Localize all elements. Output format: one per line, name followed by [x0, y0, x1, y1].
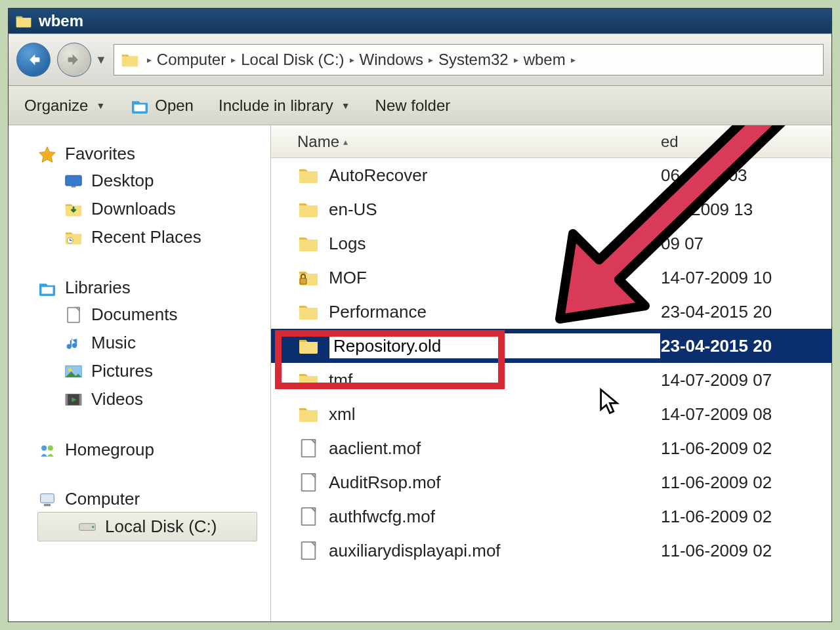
folder-icon [297, 370, 320, 390]
titlebar-folder-icon [15, 14, 32, 28]
open-button[interactable]: Open [130, 96, 194, 115]
chevron-right-icon[interactable]: ▸ [231, 54, 236, 65]
file-name: auxiliarydisplayapi.mof [329, 541, 661, 561]
pictures-icon [64, 363, 83, 380]
breadcrumb-segment[interactable]: Local Disk (C:) [241, 51, 344, 69]
file-list-pane: Name ▴ ed AutoRecover06-2013 03en-US-07-… [271, 125, 831, 621]
chevron-right-icon[interactable]: ▸ [571, 54, 576, 65]
file-date: 11-06-2009 02 [661, 541, 831, 561]
svg-point-12 [48, 445, 53, 450]
file-icon [297, 472, 320, 492]
titlebar[interactable]: wbem [9, 9, 831, 33]
file-row[interactable]: auxiliarydisplayapi.mof11-06-2009 02 [271, 534, 831, 568]
svg-rect-4 [72, 186, 76, 188]
chevron-right-icon[interactable]: ▸ [429, 54, 433, 65]
favorites-group: Favorites Desktop Downloads Recent Place… [37, 141, 270, 251]
file-name: en-US [329, 200, 661, 220]
sidebar-item-desktop[interactable]: Desktop [37, 167, 270, 195]
folder-icon [297, 200, 320, 219]
drive-icon [77, 518, 97, 536]
document-icon [64, 306, 83, 324]
file-row[interactable]: AuditRsop.mof11-06-2009 02 [271, 465, 831, 499]
file-row[interactable]: Repository.old23-04-2015 20 [271, 329, 831, 363]
breadcrumb-field[interactable]: ▸ Computer ▸ Local Disk (C:) ▸ Windows ▸… [114, 44, 824, 75]
sidebar-item-videos[interactable]: Videos [37, 385, 270, 413]
file-row[interactable]: authfwcfg.mof11-06-2009 02 [271, 499, 831, 534]
back-button[interactable] [16, 43, 51, 77]
explorer-window: wbem ▼ ▸ Computer ▸ Local Disk (C:) ▸ Wi… [8, 8, 832, 622]
include-in-library-button[interactable]: Include in library▼ [219, 96, 350, 115]
file-row[interactable]: xml14-07-2009 08 [271, 397, 831, 431]
sidebar-item-local-disk[interactable]: Local Disk (C:) [37, 512, 257, 541]
libraries-header[interactable]: Libraries [37, 275, 270, 301]
breadcrumb-segment[interactable]: Windows [360, 51, 423, 69]
file-icon [297, 541, 320, 560]
forward-button[interactable] [57, 43, 91, 77]
breadcrumb-folder-icon [121, 52, 139, 68]
file-row[interactable]: Logs09 07 [271, 226, 831, 261]
file-row[interactable]: aaclient.mof11-06-2009 02 [271, 431, 831, 465]
file-date: -07-2009 13 [661, 200, 831, 220]
svg-point-11 [41, 445, 47, 450]
column-header-name[interactable]: Name ▴ [297, 133, 661, 151]
music-icon [64, 335, 83, 352]
file-name: authfwcfg.mof [329, 507, 661, 527]
breadcrumb-segment[interactable]: System32 [438, 51, 509, 69]
svg-rect-13 [41, 494, 54, 503]
sort-asc-icon: ▴ [343, 136, 348, 147]
organize-button[interactable]: Organize▼ [24, 96, 105, 115]
computer-header[interactable]: Computer [37, 486, 270, 512]
folder-icon [297, 165, 320, 185]
new-folder-button[interactable]: New folder [375, 96, 451, 115]
chevron-right-icon[interactable]: ▸ [147, 54, 152, 65]
column-header-date[interactable]: ed [661, 133, 831, 151]
sidebar-item-downloads[interactable]: Downloads [37, 195, 270, 223]
file-date: 06-2013 03 [661, 165, 831, 186]
star-icon [37, 146, 57, 163]
homegroup-header[interactable]: Homegroup [37, 437, 270, 463]
homegroup-group: Homegroup [37, 437, 270, 463]
svg-rect-9 [66, 394, 68, 406]
column-headers: Name ▴ ed [271, 125, 831, 158]
toolbar: Organize▼ Open Include in library▼ New f… [9, 86, 831, 125]
file-name: Logs [329, 234, 661, 254]
favorites-header[interactable]: Favorites [37, 141, 270, 167]
file-date: 11-06-2009 02 [661, 507, 831, 527]
window-title: wbem [39, 12, 83, 30]
address-bar: ▼ ▸ Computer ▸ Local Disk (C:) ▸ Windows… [9, 33, 831, 86]
file-name: xml [329, 404, 661, 425]
file-name: AutoRecover [329, 165, 661, 186]
sidebar-item-documents[interactable]: Documents [37, 301, 270, 329]
sidebar-item-pictures[interactable]: Pictures [37, 357, 270, 385]
file-name: aaclient.mof [329, 438, 661, 459]
libraries-group: Libraries Documents Music Pictures Video… [37, 275, 270, 413]
chevron-right-icon[interactable]: ▸ [350, 54, 354, 65]
file-date: 23-04-2015 20 [661, 302, 831, 322]
nav-history-dropdown[interactable]: ▼ [95, 53, 107, 67]
sidebar-item-recent-places[interactable]: Recent Places [37, 223, 270, 251]
file-name: MOF [329, 268, 661, 288]
file-icon [297, 507, 320, 526]
file-name: AuditRsop.mof [329, 472, 661, 493]
rename-input[interactable]: Repository.old [329, 333, 661, 359]
file-name: tmf [329, 370, 661, 390]
chevron-right-icon[interactable]: ▸ [514, 54, 518, 65]
folder-locked-icon [297, 268, 320, 287]
file-list[interactable]: AutoRecover06-2013 03en-US-07-2009 13Log… [271, 158, 831, 568]
breadcrumb-segment[interactable]: wbem [524, 51, 566, 69]
file-date: 11-06-2009 02 [661, 472, 831, 493]
svg-point-7 [68, 368, 72, 371]
libraries-icon [37, 280, 57, 297]
svg-rect-14 [44, 503, 51, 505]
recent-places-icon [64, 229, 83, 246]
file-row[interactable]: en-US-07-2009 13 [271, 192, 831, 226]
file-row[interactable]: MOF14-07-2009 10 [271, 261, 831, 295]
file-row[interactable]: tmf14-07-2009 07 [271, 363, 831, 397]
file-row[interactable]: AutoRecover06-2013 03 [271, 158, 831, 192]
breadcrumb-segment[interactable]: Computer [157, 51, 226, 69]
folder-icon [297, 302, 320, 322]
sidebar-item-music[interactable]: Music [37, 329, 270, 357]
file-name: Repository.old [329, 333, 661, 359]
file-row[interactable]: Performance23-04-2015 20 [271, 295, 831, 329]
downloads-icon [64, 201, 83, 218]
